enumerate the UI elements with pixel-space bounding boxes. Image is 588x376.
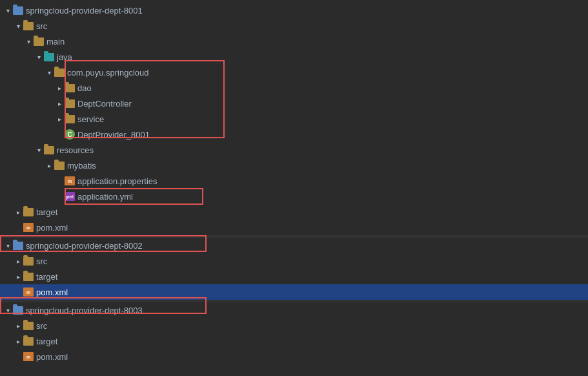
tree-row-java-1[interactable]: java bbox=[0, 49, 588, 65]
arrow-pom-3 bbox=[13, 351, 23, 362]
folder-icon-target-3 bbox=[23, 336, 34, 346]
xml-icon-pom-1: m bbox=[23, 222, 34, 233]
folder-icon-src-2 bbox=[23, 256, 34, 266]
folder-icon-target-1 bbox=[23, 207, 34, 217]
arrow-main-1[interactable] bbox=[23, 36, 34, 47]
folder-icon-provider-8001 bbox=[13, 5, 23, 16]
tree-row-mybatis-1[interactable]: mybatis bbox=[0, 158, 588, 173]
spring-icon-deptprovider: C bbox=[65, 129, 75, 140]
label-src-1: src bbox=[36, 21, 588, 31]
arrow-provider-8002[interactable] bbox=[3, 240, 13, 251]
tree-row-target-2[interactable]: target bbox=[0, 269, 588, 284]
arrow-deptcontroller[interactable] bbox=[54, 98, 65, 109]
arrow-dao[interactable] bbox=[54, 83, 65, 93]
tree-row-provider-8003[interactable]: springcloud-provider-dept-8003 bbox=[0, 302, 588, 318]
arrow-resources-1[interactable] bbox=[34, 145, 44, 155]
xml-icon-pom-3: m bbox=[23, 351, 34, 362]
tree-wrapper: springcloud-provider-dept-8001 src main … bbox=[0, 3, 588, 364]
tree-row-src-2[interactable]: src bbox=[0, 253, 588, 269]
label-mybatis-1: mybatis bbox=[67, 161, 588, 171]
arrow-deptprovider bbox=[54, 129, 65, 140]
label-java-1: java bbox=[57, 52, 588, 62]
arrow-com-puyu[interactable] bbox=[44, 67, 54, 78]
arrow-target-3[interactable] bbox=[13, 336, 23, 346]
folder-icon-mybatis-1 bbox=[54, 160, 65, 171]
tree-row-provider-8001[interactable]: springcloud-provider-dept-8001 bbox=[0, 3, 588, 18]
arrow-provider-8001[interactable] bbox=[3, 5, 13, 16]
tree-row-src-1[interactable]: src bbox=[0, 18, 588, 34]
label-deptprovider: DeptProvider_8001 bbox=[77, 130, 588, 140]
tree-row-pom-1[interactable]: m pom.xml bbox=[0, 220, 588, 235]
label-app-props: application.properties bbox=[77, 176, 588, 186]
arrow-target-2[interactable] bbox=[13, 271, 23, 282]
tree-row-com-puyu[interactable]: com.puyu.springcloud bbox=[0, 65, 588, 80]
folder-icon-provider-8003 bbox=[13, 305, 23, 315]
label-provider-8001: springcloud-provider-dept-8001 bbox=[26, 6, 588, 16]
arrow-service[interactable] bbox=[54, 114, 65, 124]
tree-row-resources-1[interactable]: resources bbox=[0, 142, 588, 158]
label-app-yml: application.yml bbox=[77, 192, 588, 202]
file-tree[interactable]: springcloud-provider-dept-8001 src main … bbox=[0, 0, 588, 376]
label-target-2: target bbox=[36, 272, 588, 282]
tree-row-dao[interactable]: dao bbox=[0, 80, 588, 96]
tree-row-pom-3[interactable]: m pom.xml bbox=[0, 349, 588, 364]
folder-icon-dao bbox=[65, 83, 75, 93]
label-target-1: target bbox=[36, 207, 588, 217]
tree-row-app-yml[interactable]: yml application.yml bbox=[0, 189, 588, 204]
arrow-target-1[interactable] bbox=[13, 207, 23, 217]
tree-row-app-props[interactable]: m application.properties bbox=[0, 173, 588, 189]
label-target-3: target bbox=[36, 337, 588, 346]
tree-row-pom-2[interactable]: m pom.xml bbox=[0, 284, 588, 300]
folder-icon-service bbox=[65, 114, 75, 124]
arrow-pom-1 bbox=[13, 222, 23, 233]
folder-icon-main-1 bbox=[34, 36, 44, 47]
label-dao: dao bbox=[77, 83, 588, 93]
tree-row-provider-8002[interactable]: springcloud-provider-dept-8002 bbox=[0, 238, 588, 253]
tree-row-main-1[interactable]: main bbox=[0, 34, 588, 49]
tree-row-target-1[interactable]: target bbox=[0, 204, 588, 220]
arrow-provider-8003[interactable] bbox=[3, 305, 13, 315]
label-deptcontroller: DeptController bbox=[77, 99, 588, 109]
folder-icon-com-puyu bbox=[54, 67, 65, 78]
tree-row-target-3[interactable]: target bbox=[0, 333, 588, 349]
folder-icon-deptcontroller bbox=[65, 98, 75, 109]
arrow-src-2[interactable] bbox=[13, 256, 23, 266]
arrow-pom-2 bbox=[13, 287, 23, 297]
tree-row-deptprovider[interactable]: C DeptProvider_8001 bbox=[0, 127, 588, 142]
arrow-app-yml bbox=[54, 191, 65, 202]
label-main-1: main bbox=[46, 37, 588, 47]
folder-icon-src-3 bbox=[23, 320, 34, 331]
label-provider-8003: springcloud-provider-dept-8003 bbox=[26, 306, 588, 315]
label-src-2: src bbox=[36, 256, 588, 266]
arrow-src-1[interactable] bbox=[13, 21, 23, 31]
tree-row-service[interactable]: service bbox=[0, 111, 588, 127]
xml-icon-app-props: m bbox=[65, 176, 75, 186]
label-pom-2: pom.xml bbox=[36, 287, 588, 297]
folder-icon-src-1 bbox=[23, 21, 34, 31]
tree-row-src-3[interactable]: src bbox=[0, 318, 588, 333]
label-pom-3: pom.xml bbox=[36, 352, 588, 362]
label-resources-1: resources bbox=[57, 145, 588, 155]
yaml-icon-app-yml: yml bbox=[65, 191, 75, 202]
arrow-src-3[interactable] bbox=[13, 320, 23, 331]
folder-icon-target-2 bbox=[23, 271, 34, 282]
xml-icon-pom-2: m bbox=[23, 287, 34, 297]
arrow-app-props bbox=[54, 176, 65, 186]
arrow-mybatis-1[interactable] bbox=[44, 160, 54, 171]
folder-icon-java-1 bbox=[44, 52, 54, 62]
label-service: service bbox=[77, 114, 588, 124]
label-src-3: src bbox=[36, 321, 588, 331]
label-provider-8002: springcloud-provider-dept-8002 bbox=[26, 241, 588, 251]
tree-row-deptcontroller[interactable]: DeptController bbox=[0, 96, 588, 111]
label-com-puyu: com.puyu.springcloud bbox=[67, 68, 588, 78]
folder-icon-provider-8002 bbox=[13, 240, 23, 251]
label-pom-1: pom.xml bbox=[36, 223, 588, 233]
arrow-java-1[interactable] bbox=[34, 52, 44, 62]
folder-icon-resources-1 bbox=[44, 145, 54, 155]
